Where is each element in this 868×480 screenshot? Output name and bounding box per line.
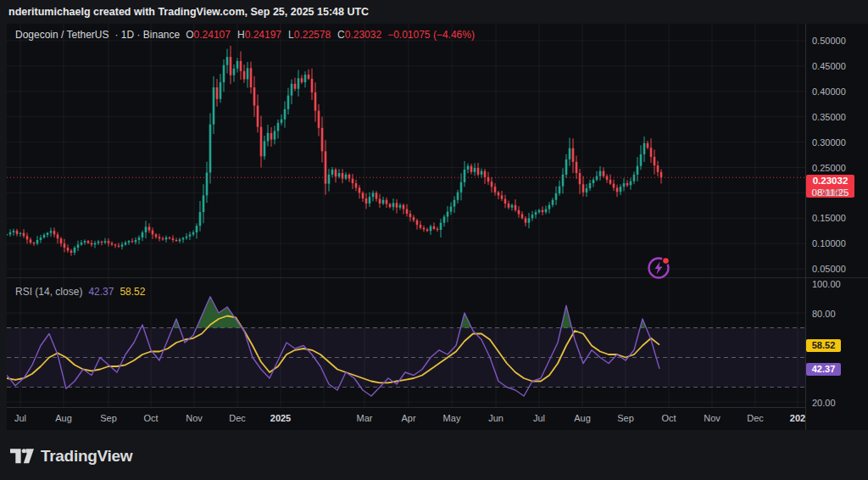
- symbol-legend[interactable]: Dogecoin / TetherUS · 1D · Binance O0.24…: [15, 29, 475, 41]
- candle-body: [162, 238, 164, 239]
- year-label: 2025: [270, 413, 291, 423]
- candle-body: [145, 226, 147, 232]
- panel-separator[interactable]: [7, 277, 868, 278]
- rsi-legend[interactable]: RSI (14, close) 42.37 58.52: [15, 286, 145, 298]
- candle-body: [26, 236, 29, 239]
- candle-body: [660, 172, 663, 177]
- candle-body: [555, 193, 558, 200]
- candle-body: [196, 226, 198, 232]
- year-label: 202: [790, 413, 805, 423]
- candle-body: [504, 199, 507, 204]
- candle-body: [552, 200, 554, 205]
- symbol-meta: · 1D · Binance: [115, 29, 181, 41]
- candle-body: [152, 231, 154, 235]
- candle-body: [508, 204, 510, 208]
- candle-body: [108, 241, 110, 243]
- candle-body: [206, 172, 209, 195]
- candle-body: [267, 133, 270, 142]
- candle-body: [250, 68, 253, 87]
- candle-body: [101, 242, 103, 243]
- rsi-overbought-fill: [561, 305, 572, 327]
- price-tick-label: 0.20000: [812, 187, 846, 198]
- candle-body: [243, 71, 246, 80]
- price-tick-label: 0.35000: [812, 112, 846, 122]
- footer-bar: TradingView: [0, 430, 868, 480]
- candle-body: [33, 243, 36, 243]
- price-tick-label: 0.40000: [812, 87, 846, 97]
- candle-body: [593, 180, 595, 183]
- month-label: May: [443, 413, 461, 423]
- candle-body: [97, 242, 100, 243]
- candle-body: [413, 217, 415, 220]
- rsi-tick-label: 20.00: [812, 398, 836, 408]
- candle-body: [23, 233, 25, 237]
- candle-body: [531, 215, 534, 218]
- candle-body: [53, 231, 56, 234]
- month-label: Nov: [186, 413, 203, 423]
- candle-body: [298, 78, 300, 89]
- candle-body: [40, 237, 42, 240]
- candle-body: [91, 243, 93, 245]
- candle-body: [203, 195, 205, 212]
- candle-body: [548, 205, 551, 209]
- candle-body: [189, 234, 192, 236]
- attribution-bar: nderitumichaelg created with TradingView…: [0, 0, 868, 24]
- candle-body: [420, 225, 422, 228]
- candle-body: [16, 231, 19, 234]
- candle-body: [179, 239, 181, 241]
- month-label: Sep: [100, 413, 117, 423]
- candle-body: [247, 68, 249, 79]
- candle-body: [518, 210, 520, 215]
- candle-body: [579, 173, 581, 184]
- symbol-title[interactable]: Dogecoin / TetherUS: [15, 29, 109, 41]
- candle-body: [437, 229, 439, 230]
- candle-body: [335, 170, 337, 176]
- ohlc-item: O0.24107: [186, 29, 231, 41]
- candle-body: [270, 133, 273, 140]
- candle-body: [264, 141, 266, 156]
- candle-body: [498, 193, 500, 196]
- tradingview-logo[interactable]: TradingView: [10, 447, 132, 466]
- candle-body: [460, 182, 463, 193]
- candle-body: [260, 127, 263, 157]
- candle-body: [440, 223, 442, 230]
- candle-body: [236, 61, 239, 69]
- rsi-ma-value: 58.52: [120, 286, 145, 298]
- flash-boost-button[interactable]: [645, 254, 672, 282]
- candle-body: [104, 241, 107, 243]
- candle-body: [623, 183, 626, 187]
- candle-body: [382, 200, 385, 204]
- price-axis[interactable]: 0.23032 08:11:25 0.500000.450000.400000.…: [805, 24, 868, 430]
- candle-body: [457, 193, 459, 200]
- price-tick-label: 0.45000: [812, 61, 846, 71]
- candle-body: [314, 92, 317, 111]
- candle-body: [569, 148, 571, 159]
- rsi-value-badge: 42.37: [806, 363, 841, 376]
- candle-body: [613, 184, 615, 188]
- candle-body: [94, 243, 97, 245]
- price-chart-canvas[interactable]: [7, 24, 805, 277]
- candle-body: [277, 123, 280, 131]
- candle-body: [111, 243, 114, 245]
- candle-body: [426, 229, 429, 231]
- candle-body: [359, 187, 361, 193]
- candle-body: [521, 215, 524, 219]
- candle-body: [494, 187, 497, 193]
- rsi-tick-label: 80.00: [812, 309, 836, 319]
- candle-body: [406, 209, 409, 214]
- candle-body: [626, 183, 629, 185]
- candle-body: [379, 199, 381, 204]
- candle-body: [328, 175, 331, 184]
- month-label: Sep: [617, 413, 634, 423]
- candle-body: [87, 241, 90, 243]
- candle-body: [630, 181, 632, 186]
- candle-body: [545, 209, 548, 213]
- rsi-tick-label: 100.00: [812, 279, 841, 289]
- time-axis[interactable]: JulAugSepOctNovDec2025MarAprMayJunJulAug…: [7, 407, 805, 430]
- candle-body: [291, 84, 293, 96]
- change-value: −0.01075 (−4.46%): [387, 29, 475, 41]
- candle-body: [325, 151, 327, 183]
- candle-body: [70, 251, 73, 253]
- candle-body: [582, 184, 585, 193]
- candle-body: [345, 175, 348, 179]
